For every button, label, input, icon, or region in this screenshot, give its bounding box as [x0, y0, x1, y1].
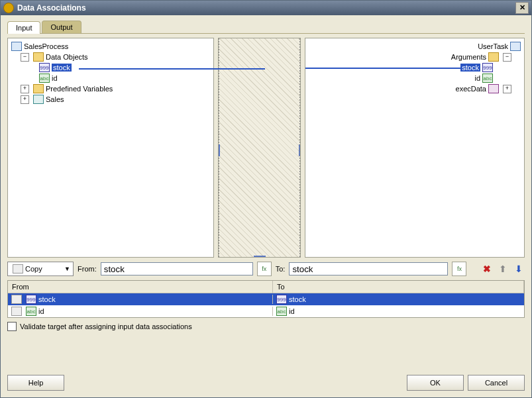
node-label: Sales [46, 95, 64, 103]
collapse-icon[interactable]: − [503, 53, 511, 62]
to-input[interactable] [289, 262, 448, 275]
node-label-selected: stock [52, 64, 72, 72]
tree-node-id[interactable]: abc id [9, 73, 212, 83]
col-header-from[interactable]: From [8, 281, 273, 293]
source-tree[interactable]: SalesProcess − Data Objects 999 stock [8, 38, 213, 107]
expand-icon[interactable]: + [21, 95, 29, 104]
collapse-icon[interactable]: − [21, 53, 29, 62]
cancel-button[interactable]: Cancel [468, 375, 525, 391]
type-icon: 999 [26, 295, 36, 304]
to-expression-button[interactable]: fx [452, 262, 466, 276]
expand-icon[interactable]: + [21, 85, 29, 93]
node-label: Predefined Variables [46, 85, 113, 93]
task-icon [510, 42, 521, 51]
tab-output[interactable]: Output [42, 21, 81, 33]
from-expression-button[interactable]: fx [257, 262, 272, 276]
resize-handle-bottom[interactable] [254, 256, 266, 258]
copy-icon [13, 264, 23, 274]
tree-node-execdata[interactable]: execData + [307, 83, 523, 94]
tree-node-usertask[interactable]: UserTask [307, 41, 523, 52]
data-icon [488, 84, 499, 93]
table-row[interactable]: abcidabcid [8, 305, 524, 317]
tree-node-salesprocess[interactable]: SalesProcess [9, 41, 212, 52]
from-label: From: [78, 265, 97, 273]
fx-icon: fx [262, 266, 266, 272]
source-tree-pane: SalesProcess − Data Objects 999 stock [7, 38, 214, 258]
resize-handle-right[interactable] [299, 144, 301, 156]
type-icon: abc [26, 307, 36, 316]
folder-icon [33, 84, 44, 93]
col-header-to[interactable]: To [273, 281, 524, 293]
copy-icon [11, 295, 22, 304]
folder-icon [488, 52, 499, 62]
validate-row: Validate target after assigning input da… [7, 322, 525, 331]
type-icon: 999 [276, 295, 287, 304]
copy-icon [11, 307, 22, 316]
button-bar: Help OK Cancel [1, 371, 531, 397]
cell-from: id [38, 307, 44, 315]
number-type-icon: 999 [39, 63, 50, 72]
move-up-button[interactable]: ⬆ [497, 263, 509, 275]
expand-icon[interactable]: + [503, 85, 511, 93]
dialog-body: Input Output fx XML ⇆ SalesProcess − [1, 15, 531, 371]
mapping-canvas[interactable] [218, 38, 301, 258]
tab-bar: Input Output [7, 21, 525, 34]
target-tree[interactable]: UserTask Arguments − stock 999 [305, 38, 524, 97]
resize-handle-left[interactable] [218, 144, 220, 156]
tab-input[interactable]: Input [7, 21, 40, 34]
delete-mapping-button[interactable]: ✖ [481, 263, 493, 275]
app-icon [3, 3, 14, 13]
tree-node-stock[interactable]: 999 stock [9, 62, 212, 73]
tree-node-id-target[interactable]: id abc [307, 73, 523, 83]
titlebar[interactable]: Data Associations ✕ [1, 1, 531, 15]
type-icon: abc [276, 307, 287, 316]
main-panes: SalesProcess − Data Objects 999 stock [7, 38, 525, 258]
string-type-icon: abc [39, 74, 50, 83]
close-button[interactable]: ✕ [515, 2, 529, 14]
validate-checkbox[interactable] [7, 322, 17, 331]
copy-mode-select[interactable]: Copy ▼ [7, 262, 74, 276]
move-down-button[interactable]: ⬇ [513, 263, 525, 275]
string-type-icon: abc [482, 74, 493, 83]
number-type-icon: 999 [482, 63, 493, 72]
node-label: id [52, 74, 58, 82]
fx-icon: fx [457, 266, 462, 272]
tree-node-stock-target[interactable]: stock 999 [307, 62, 523, 73]
node-label: execData [456, 85, 486, 93]
chevron-down-icon: ▼ [64, 266, 70, 272]
node-label-selected: stock [460, 64, 480, 72]
node-label: UserTask [478, 42, 508, 50]
mapping-table: From To 999stock999stockabcidabcid [7, 280, 525, 318]
window-title: Data Associations [17, 3, 86, 13]
cell-to: stock [289, 295, 306, 303]
node-label: Data Objects [46, 53, 88, 61]
node-label: Arguments [451, 53, 486, 61]
dialog-window: Data Associations ✕ Input Output fx XML … [0, 0, 532, 398]
copy-mode-label: Copy [25, 265, 42, 273]
from-input[interactable] [101, 262, 253, 275]
process-icon [11, 42, 22, 51]
help-button[interactable]: Help [7, 375, 64, 391]
table-row[interactable]: 999stock999stock [8, 293, 524, 305]
validate-label: Validate target after assigning input da… [20, 323, 192, 330]
folder-icon [33, 52, 44, 62]
ok-button[interactable]: OK [407, 375, 464, 391]
node-label: SalesProcess [24, 42, 68, 50]
to-label: To: [276, 265, 286, 273]
module-icon [33, 95, 44, 104]
node-label: id [474, 74, 480, 82]
tree-node-data-objects[interactable]: − Data Objects [9, 52, 212, 62]
table-body: 999stock999stockabcidabcid [8, 293, 524, 317]
cell-from: stock [38, 295, 56, 303]
cell-to: id [289, 307, 295, 315]
tree-node-sales[interactable]: + Sales [9, 94, 212, 105]
table-header: From To [8, 281, 524, 293]
copy-row: Copy ▼ From: fx To: fx ✖ ⬆ ⬇ [7, 262, 525, 276]
tree-node-predefined[interactable]: + Predefined Variables [9, 83, 212, 94]
target-tree-pane: UserTask Arguments − stock 999 [305, 38, 525, 258]
tree-node-arguments[interactable]: Arguments − [307, 52, 523, 62]
